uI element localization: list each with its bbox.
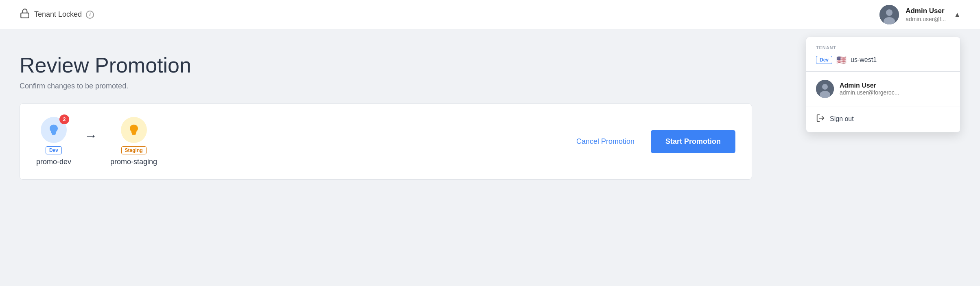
card-actions: Cancel Promotion Start Promotion <box>570 130 735 153</box>
svg-rect-0 <box>21 13 29 18</box>
chevron-up-icon: ▲ <box>954 11 960 18</box>
signout-label: Sign out <box>830 115 854 123</box>
target-env-icon <box>121 117 147 143</box>
svg-rect-9 <box>52 134 55 135</box>
target-env-tag: Staging <box>121 146 147 154</box>
tenant-row: Dev 🇺🇸 us-west1 <box>816 55 950 65</box>
header-left: Tenant Locked i <box>20 8 94 21</box>
target-env-name: promo-staging <box>110 158 157 166</box>
user-info: Admin User admin.user@f... <box>906 7 946 22</box>
svg-rect-10 <box>131 133 136 134</box>
sign-out-button[interactable]: Sign out <box>806 106 960 132</box>
dropdown-avatar <box>816 80 834 98</box>
svg-point-5 <box>822 84 828 90</box>
dropdown-user-details: Admin User admin.user@forgeroc... <box>840 82 899 96</box>
svg-rect-11 <box>132 134 136 135</box>
promotion-card: 2 Dev promo-dev → St <box>20 103 752 180</box>
svg-point-2 <box>886 9 892 16</box>
user-email-truncated: admin.user@f... <box>906 16 946 22</box>
start-promotion-button[interactable]: Start Promotion <box>651 130 735 153</box>
dropdown-user-name: Admin User <box>840 82 899 89</box>
source-env-name: promo-dev <box>36 158 71 166</box>
target-env: Staging promo-staging <box>110 117 157 166</box>
promotion-flow: 2 Dev promo-dev → St <box>36 117 157 166</box>
dropdown-user-section: Admin User admin.user@forgeroc... <box>806 72 960 106</box>
header: Tenant Locked i Admin User admin.user@f.… <box>0 0 980 29</box>
dropdown-tenant-section: TENANT Dev 🇺🇸 us-west1 <box>806 37 960 72</box>
tenant-badge: Dev <box>816 56 832 64</box>
dropdown-user-email: admin.user@forgeroc... <box>840 89 899 96</box>
avatar <box>879 5 899 24</box>
flag-icon: 🇺🇸 <box>836 55 847 65</box>
cancel-promotion-button[interactable]: Cancel Promotion <box>570 132 641 151</box>
svg-rect-8 <box>52 133 56 134</box>
target-env-icon-wrapper <box>121 117 147 143</box>
source-env-tag: Dev <box>46 146 62 154</box>
lock-icon <box>20 8 30 21</box>
signout-icon <box>816 114 825 125</box>
user-name: Admin User <box>906 7 946 15</box>
tenant-section-label: TENANT <box>816 45 950 50</box>
tenant-region: us-west1 <box>851 56 877 64</box>
info-icon[interactable]: i <box>86 11 94 19</box>
promotion-arrow: → <box>84 128 97 143</box>
user-menu-trigger[interactable]: Admin User admin.user@f... ▲ TENANT Dev … <box>879 5 960 24</box>
user-dropdown-menu: TENANT Dev 🇺🇸 us-west1 Admin User <box>806 37 960 132</box>
source-env-icon-wrapper: 2 <box>41 117 67 143</box>
source-env: 2 Dev promo-dev <box>36 117 71 166</box>
tenant-locked-label: Tenant Locked <box>34 10 82 19</box>
source-badge-count: 2 <box>59 114 69 124</box>
